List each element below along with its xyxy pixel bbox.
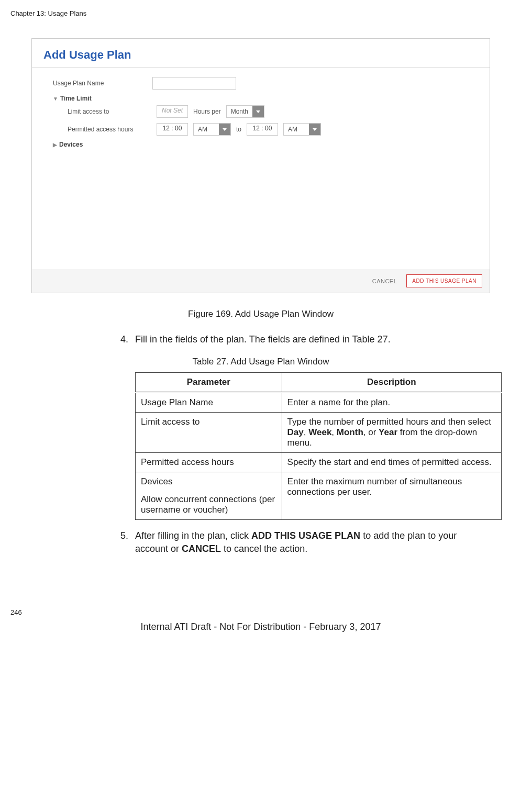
label-time-limit: Time Limit [60, 95, 92, 102]
label-plan-name: Usage Plan Name [53, 80, 147, 87]
add-usage-plan-dialog: Add Usage Plan Usage Plan Name ▼ Time Li… [31, 38, 490, 293]
end-time-input[interactable]: 12 : 00 [247, 123, 278, 136]
dialog-body: Usage Plan Name ▼ Time Limit Limit acces… [32, 68, 490, 261]
step-number: 5. [120, 529, 135, 556]
cell-param: Devices Allow concurrent connections (pe… [136, 472, 282, 520]
step-text: After filling in the plan, click ADD THI… [135, 529, 480, 556]
label-devices: Devices [59, 141, 83, 148]
end-ampm-dropdown[interactable]: AM [283, 123, 321, 136]
period-dropdown[interactable]: Month [226, 105, 264, 118]
section-time-limit[interactable]: ▼ Time Limit [53, 95, 474, 102]
start-ampm-dropdown[interactable]: AM [193, 123, 231, 136]
table-row: Limit access to Type the number of permi… [136, 413, 502, 453]
step-number: 4. [120, 333, 135, 346]
label-hours-per: Hours per [193, 108, 221, 115]
page-number: 246 [10, 608, 511, 616]
cell-desc: Type the number of permitted hours and t… [282, 413, 501, 453]
step-4: 4. Fill in the fields of the plan. The f… [120, 333, 480, 346]
page-footer: Internal ATI Draft - Not For Distributio… [10, 622, 511, 632]
table-row: Permitted access hours Specify the start… [136, 453, 502, 472]
limit-hours-input[interactable]: Not Set [157, 105, 188, 118]
chevron-down-icon: ▼ [53, 96, 58, 102]
add-usage-plan-button[interactable]: ADD THIS USAGE PLAN [406, 274, 482, 287]
chapter-header: Chapter 13: Usage Plans [10, 9, 511, 17]
step-text: Fill in the fields of the plan. The fiel… [135, 333, 480, 346]
row-plan-name: Usage Plan Name [53, 77, 474, 90]
period-selected: Month [227, 108, 252, 115]
table-header-row: Parameter Description [136, 373, 502, 393]
table-row: Devices Allow concurrent connections (pe… [136, 472, 502, 520]
start-ampm-value: AM [194, 126, 219, 133]
row-limit-access: Limit access to Not Set Hours per Month [68, 105, 474, 118]
cell-param: Permitted access hours [136, 453, 282, 472]
cell-desc: Enter the maximum number of simultaneous… [282, 472, 501, 520]
chevron-down-icon [252, 106, 264, 117]
time-limit-content: Limit access to Not Set Hours per Month … [53, 105, 474, 136]
header-description: Description [282, 373, 501, 393]
figure-container: Add Usage Plan Usage Plan Name ▼ Time Li… [31, 38, 490, 293]
cell-desc: Enter a name for the plan. [282, 393, 501, 413]
cell-desc: Specify the start and end times of permi… [282, 453, 501, 472]
table-row: Usage Plan Name Enter a name for the pla… [136, 393, 502, 413]
figure-caption: Figure 169. Add Usage Plan Window [10, 309, 511, 319]
label-limit-access: Limit access to [68, 108, 151, 115]
section-devices[interactable]: ▶ Devices [53, 141, 474, 148]
header-parameter: Parameter [136, 373, 282, 393]
dialog-footer: CANCEL ADD THIS USAGE PLAN [32, 269, 490, 293]
end-ampm-value: AM [284, 126, 309, 133]
row-permitted-hours: Permitted access hours 12 : 00 AM to 12 … [68, 123, 474, 136]
step-list: 5. After filling in the plan, click ADD … [120, 529, 480, 556]
chevron-down-icon [309, 124, 320, 135]
label-to: to [236, 126, 241, 133]
step-5: 5. After filling in the plan, click ADD … [120, 529, 480, 556]
step-list: 4. Fill in the fields of the plan. The f… [120, 333, 480, 346]
dialog-title: Add Usage Plan [32, 39, 490, 68]
parameter-table: Parameter Description Usage Plan Name En… [135, 372, 502, 520]
cell-param: Limit access to [136, 413, 282, 453]
cell-param: Usage Plan Name [136, 393, 282, 413]
chevron-right-icon: ▶ [53, 142, 57, 148]
start-time-input[interactable]: 12 : 00 [157, 123, 188, 136]
label-permitted-hours: Permitted access hours [68, 126, 151, 133]
plan-name-input[interactable] [152, 77, 236, 90]
chevron-down-icon [219, 124, 230, 135]
cancel-button[interactable]: CANCEL [372, 278, 397, 284]
table-caption: Table 27. Add Usage Plan Window [10, 357, 511, 367]
